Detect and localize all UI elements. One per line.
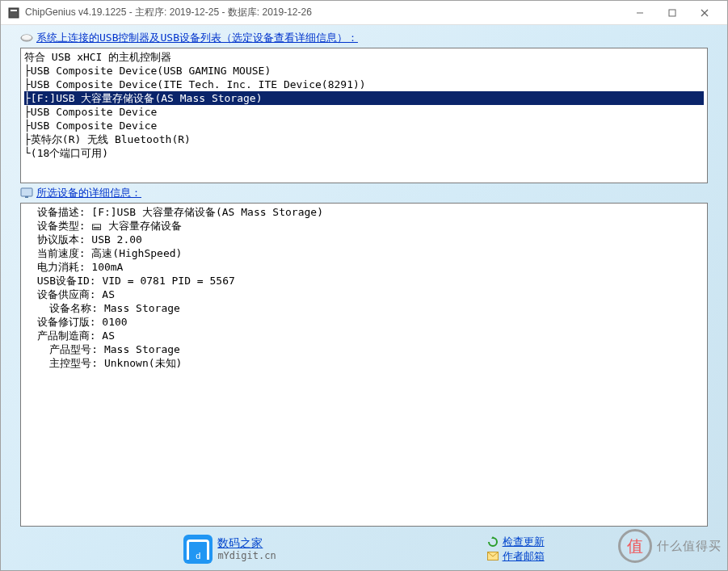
author-mail-link[interactable]: 作者邮箱 [486, 549, 545, 564]
window-title: ChipGenius v4.19.1225 - 主程序: 2019-12-25 … [25, 6, 624, 19]
footer-links: 数码之家 mYdigit.cn 检查更新 作者邮箱 [20, 531, 708, 567]
detail-line: 设备名称: Mass Storage [24, 301, 704, 315]
tree-item[interactable]: ├USB Composite Device [24, 119, 704, 132]
device-tree-panel[interactable]: 符合 USB xHCI 的主机控制器 ├USB Composite Device… [20, 48, 708, 183]
detail-line: 设备描述: [F:]USB 大容量存储设备(AS Mass Storage) [24, 205, 704, 219]
detail-line: 产品型号: Mass Storage [24, 342, 704, 356]
detail-line: 设备类型: 🖴 大容量存储设备 [24, 219, 704, 233]
device-list-label: 系统上连接的USB控制器及USB设备列表（选定设备查看详细信息）： [36, 31, 358, 45]
home-link-texts: 数码之家 mYdigit.cn [217, 536, 276, 562]
detail-header: 所选设备的详细信息： [20, 183, 708, 203]
watermark-icon: 值 [618, 529, 652, 563]
detail-line: 设备修订版: 0100 [24, 315, 704, 329]
detail-line: 主控型号: Unknown(未知) [24, 356, 704, 370]
detail-line: 协议版本: USB 2.00 [24, 233, 704, 246]
tree-item[interactable]: ├英特尔(R) 无线 Bluetooth(R) [24, 132, 704, 146]
home-link-top[interactable]: 数码之家 [217, 536, 276, 549]
watermark-text: 什么值得买 [657, 539, 722, 554]
tree-item[interactable]: └(18个端口可用) [24, 146, 704, 160]
drive-icon [20, 31, 33, 44]
close-button[interactable] [688, 3, 721, 23]
detail-line: 产品制造商: AS [24, 329, 704, 342]
device-list-header: 系统上连接的USB控制器及USB设备列表（选定设备查看详细信息）： [20, 28, 708, 48]
app-icon [7, 6, 20, 19]
svg-rect-8 [21, 188, 32, 196]
check-update-link[interactable]: 检查更新 [486, 535, 545, 549]
svg-rect-9 [25, 196, 28, 198]
detail-line: 当前速度: 高速(HighSpeed) [24, 246, 704, 260]
tree-root[interactable]: 符合 USB xHCI 的主机控制器 [24, 50, 704, 64]
tree-item[interactable]: ├USB Composite Device(ITE Tech. Inc. ITE… [24, 78, 704, 91]
detail-line: 设备供应商: AS [24, 288, 704, 301]
svg-rect-0 [9, 8, 19, 18]
window-controls [624, 3, 721, 23]
monitor-icon [20, 187, 33, 199]
check-update-label: 检查更新 [503, 535, 545, 549]
home-logo-icon [183, 535, 213, 564]
svg-point-7 [22, 35, 32, 40]
watermark: 值 什么值得买 [618, 529, 722, 563]
home-link-bot: mYdigit.cn [217, 549, 276, 562]
refresh-icon [486, 535, 499, 548]
maximize-button[interactable] [656, 3, 688, 23]
mail-icon [486, 550, 499, 563]
tree-item-selected[interactable]: ├[F:]USB 大容量存储设备(AS Mass Storage) [24, 91, 704, 105]
author-mail-label: 作者邮箱 [503, 549, 545, 564]
detail-line: USB设备ID: VID = 0781 PID = 5567 [24, 274, 704, 288]
app-window: ChipGenius v4.19.1225 - 主程序: 2019-12-25 … [0, 0, 728, 571]
tree-item[interactable]: ├USB Composite Device(USB GAMING MOUSE) [24, 64, 704, 78]
minimize-button[interactable] [624, 3, 656, 23]
right-links: 检查更新 作者邮箱 [486, 535, 545, 564]
tree-item[interactable]: ├USB Composite Device [24, 105, 704, 119]
svg-rect-3 [669, 10, 675, 16]
content-area: 系统上连接的USB控制器及USB设备列表（选定设备查看详细信息）： 符合 USB… [1, 25, 727, 570]
home-link[interactable]: 数码之家 mYdigit.cn [183, 535, 276, 564]
svg-rect-1 [11, 10, 17, 11]
detail-label: 所选设备的详细信息： [36, 186, 141, 200]
detail-panel[interactable]: 设备描述: [F:]USB 大容量存储设备(AS Mass Storage) 设… [20, 203, 708, 527]
detail-line: 电力消耗: 100mA [24, 260, 704, 274]
titlebar: ChipGenius v4.19.1225 - 主程序: 2019-12-25 … [1, 1, 727, 25]
